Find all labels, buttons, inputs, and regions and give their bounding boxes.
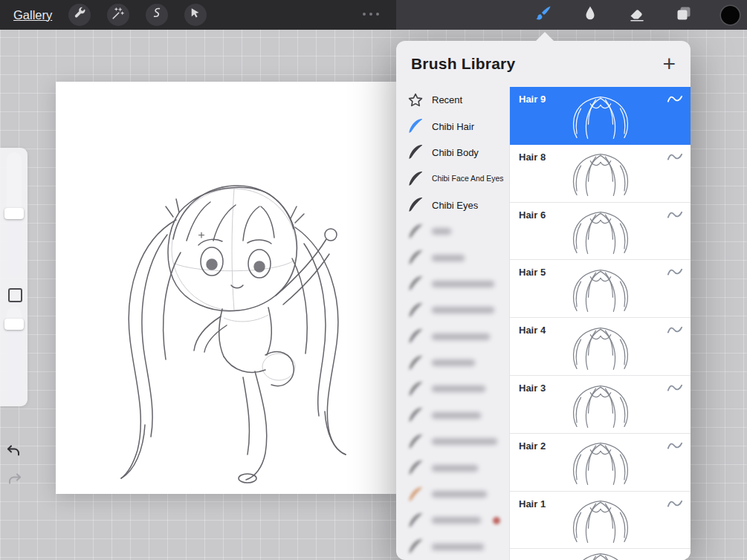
brush-stroke-icon <box>407 118 424 134</box>
smudge-icon <box>581 4 599 25</box>
stroke-preview-icon <box>667 498 683 509</box>
stroke-preview-icon <box>667 209 683 220</box>
stroke-preview-icon <box>667 267 683 277</box>
brush-library-body: Recent Chibi Hair Chibi Body Chibi Face … <box>396 87 691 560</box>
brush-set-blurred[interactable] <box>396 455 509 481</box>
eraser-icon <box>628 4 646 25</box>
modify-button[interactable] <box>8 288 22 302</box>
brush-stroke-icon <box>407 434 424 450</box>
brush-artwork <box>538 151 663 198</box>
brush-set-blurred[interactable] <box>396 376 509 402</box>
top-toolbar: Gallery <box>0 0 747 30</box>
brush-row-hair-1[interactable]: Hair 1 <box>510 492 691 550</box>
brush-set-blurred[interactable] <box>396 271 509 297</box>
layers-button[interactable] <box>674 5 693 25</box>
wrench-icon <box>73 7 86 23</box>
brush-row-hair-3[interactable]: Hair 3 <box>510 376 691 434</box>
paint-tool-button[interactable] <box>534 5 553 25</box>
paintbrush-icon <box>534 4 552 25</box>
brush-stroke-icon <box>407 538 424 555</box>
brush-stroke-icon <box>407 144 424 160</box>
brush-row-hair-8[interactable]: Hair 8 <box>510 145 691 203</box>
brush-list: Hair 9 Hair 8 Hair 6 Hair 5 <box>509 87 691 560</box>
custom-set-thumbnail-icon <box>407 486 424 503</box>
drawing-canvas[interactable] <box>56 82 398 494</box>
brush-set-blurred[interactable] <box>396 507 509 533</box>
brush-stroke-icon <box>407 197 424 213</box>
brush-set-chibi-face-and-eyes[interactable]: Chibi Face And Eyes <box>396 166 509 192</box>
procreate-app: Gallery <box>0 0 747 560</box>
brush-stroke-icon <box>407 224 424 240</box>
brush-stroke-icon <box>407 276 424 292</box>
transform-arrow-icon <box>189 7 202 23</box>
brush-stroke-icon <box>407 407 424 423</box>
brush-row-hair-6[interactable]: Hair 6 <box>510 203 691 261</box>
layers-icon <box>675 4 693 25</box>
brush-artwork <box>538 440 663 487</box>
brush-artwork <box>538 498 663 545</box>
brush-set-blurred[interactable] <box>396 218 509 244</box>
stroke-preview-icon <box>667 94 683 104</box>
brush-set-blurred[interactable] <box>396 297 509 323</box>
brush-stroke-icon <box>407 328 424 345</box>
more-options-icon[interactable] <box>363 13 379 16</box>
brush-artwork <box>538 209 663 256</box>
add-brush-button[interactable]: + <box>662 53 676 75</box>
star-icon <box>407 92 424 108</box>
brush-artwork <box>538 94 663 141</box>
popup-notch <box>536 32 554 41</box>
chibi-sketch <box>56 484 398 496</box>
redo-button[interactable] <box>5 471 23 489</box>
smudge-tool-button[interactable] <box>581 5 600 25</box>
brush-set-blurred[interactable] <box>396 534 509 560</box>
selection-button[interactable] <box>146 4 168 26</box>
magic-wand-icon <box>111 7 125 23</box>
brush-set-list: Recent Chibi Hair Chibi Body Chibi Face … <box>396 87 509 560</box>
selection-s-icon <box>150 7 164 23</box>
brush-row-hair-4[interactable]: Hair 4 <box>510 318 691 376</box>
brush-set-blurred[interactable] <box>396 481 509 507</box>
undo-button[interactable] <box>5 443 23 460</box>
brush-artwork <box>538 267 663 314</box>
brush-set-chibi-body[interactable]: Chibi Body <box>396 140 509 166</box>
brush-set-blurred[interactable] <box>396 324 509 350</box>
brush-set-recent[interactable]: Recent <box>396 87 509 113</box>
brush-size-handle[interactable] <box>4 208 24 219</box>
tool-sidebar <box>0 148 28 406</box>
brush-artwork <box>538 325 663 372</box>
stroke-preview-icon <box>667 382 683 393</box>
brush-row-hair-9[interactable]: Hair 9 <box>510 87 691 145</box>
set-label: Chibi Hair <box>432 121 474 132</box>
gallery-link[interactable]: Gallery <box>13 8 52 22</box>
stroke-preview-icon <box>667 325 683 335</box>
transform-button[interactable] <box>184 4 207 26</box>
brush-set-blurred[interactable] <box>396 429 509 455</box>
opacity-handle[interactable] <box>4 319 24 330</box>
set-label: Recent <box>432 94 462 105</box>
brush-set-chibi-eyes[interactable]: Chibi Eyes <box>396 192 509 218</box>
color-swatch[interactable] <box>721 6 740 25</box>
brush-row-hair-2[interactable]: Hair 2 <box>510 434 691 492</box>
set-label: Chibi Body <box>432 147 479 158</box>
brush-set-chibi-hair[interactable]: Chibi Hair <box>396 113 509 139</box>
brush-row-partial[interactable] <box>510 549 691 560</box>
red-badge <box>493 517 500 524</box>
brush-library-panel: Brush Library + Recent Chibi Hair Chibi … <box>396 41 691 560</box>
brush-stroke-icon <box>407 302 424 319</box>
toolbar-left-group: Gallery <box>0 0 207 30</box>
brush-set-blurred[interactable] <box>396 350 509 376</box>
brush-artwork <box>538 382 663 430</box>
brush-stroke-icon <box>407 250 424 266</box>
brush-artwork <box>538 550 663 560</box>
brush-stroke-icon <box>407 171 424 187</box>
actions-button[interactable] <box>68 4 91 26</box>
brush-set-blurred[interactable] <box>396 244 509 270</box>
stroke-preview-icon <box>667 152 683 162</box>
undo-icon <box>5 450 23 463</box>
set-label: Chibi Eyes <box>432 200 478 211</box>
brush-set-blurred[interactable] <box>396 403 509 429</box>
brush-row-hair-5[interactable]: Hair 5 <box>510 260 691 318</box>
stroke-preview-icon <box>667 440 683 451</box>
adjustments-button[interactable] <box>107 4 129 26</box>
erase-tool-button[interactable] <box>627 5 647 25</box>
